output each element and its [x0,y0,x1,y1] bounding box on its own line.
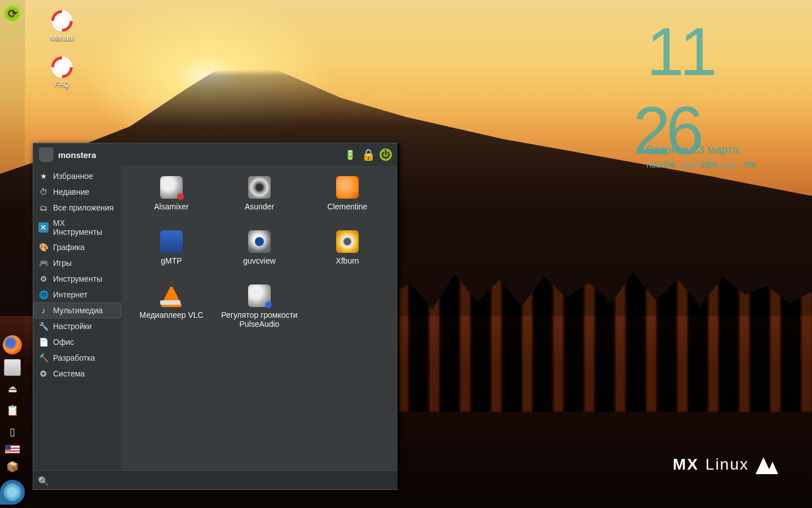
category-icon: 🌐 [38,290,48,300]
category-label: Интернет [53,290,87,299]
category-label: Инструменты [53,274,102,283]
panel-tray: ⏏ 📋 ▯ 📦 [3,331,22,480]
lock-icon[interactable]: 🔒 [361,148,375,161]
category-icon: 🔧 [38,321,48,331]
category-icon: ⏱ [38,187,48,197]
app-icon [336,230,359,253]
app-launcher-1[interactable]: Asunder [217,174,302,225]
menu-category-9[interactable]: 🔧Настройки [33,318,121,334]
app-launcher-3[interactable]: gMTP [129,228,214,279]
category-label: Разработка [53,353,95,362]
menu-category-12[interactable]: ❂Система [33,366,121,382]
app-icon [160,284,183,307]
category-label: Офис [53,338,74,347]
menu-category-6[interactable]: ⚙Инструменты [33,271,121,287]
category-icon: ❂ [38,369,48,379]
category-icon: 📄 [38,337,48,347]
app-icon [248,284,271,307]
app-launcher-6[interactable]: Медиаплеер VLC [129,282,214,333]
app-launcher-5[interactable]: Xfburn [305,228,390,279]
mx-mountain-icon [756,455,778,474]
application-menu: monstera 🔋 🔒 ⏻ ★Избранное⏱Недавние🗂Все п… [33,143,399,490]
battery-status-icon[interactable]: 🔋 [343,148,357,161]
category-label: Настройки [53,322,92,331]
app-label: Медиаплеер VLC [139,310,203,319]
app-launcher-7[interactable]: Регулятор громкости PulseAudio [217,282,302,333]
category-label: Система [53,369,85,378]
desktop-icon-label: FAQ [55,80,69,89]
category-label: MX Инструменты [53,218,116,237]
category-label: Недавние [53,187,89,196]
app-icon [160,230,183,253]
app-label: Xfburn [336,256,359,265]
category-icon: 🔨 [38,353,48,363]
app-icon [336,176,359,199]
lifesaver-icon [51,10,73,32]
app-label: guvcview [243,256,276,265]
menu-categories: ★Избранное⏱Недавние🗂Все приложения✕MX Ин… [33,166,121,470]
app-icon [160,176,183,199]
category-icon: ♪ [38,305,48,316]
app-launcher-2[interactable]: Clementine [305,174,390,225]
conky-widget: 11 26 Вторник 23 марта hdd 1% mem 20% cp… [646,23,756,169]
mx-linux-logo: MX Linux [673,455,778,474]
menu-category-2[interactable]: 🗂Все приложения [33,200,121,216]
distro-logo-icon[interactable]: ⟳ [2,3,23,24]
app-icon [248,176,271,199]
menu-category-5[interactable]: 🎮Игры [33,255,121,271]
left-panel: ⟳ 11:26:36 ⏏ 📋 ▯ 📦 [0,0,25,508]
menu-header: monstera 🔋 🔒 ⏻ [33,143,398,166]
menu-category-10[interactable]: 📄Офис [33,334,121,350]
app-icon [248,230,271,253]
clipboard-icon[interactable]: 📋 [4,402,21,419]
category-label: Все приложения [53,203,113,212]
category-label: Мультимедиа [53,306,103,315]
eject-icon[interactable]: ⏏ [4,380,21,397]
category-icon: ⚙ [38,274,48,284]
menu-category-1[interactable]: ⏱Недавние [33,184,121,200]
package-icon[interactable]: 📦 [4,458,21,475]
desktop-icon-faq[interactable]: FAQ [39,56,85,89]
file-manager-icon[interactable] [4,359,21,376]
start-menu-button[interactable] [0,480,25,505]
category-icon: 🎨 [38,242,48,252]
category-icon: ★ [38,171,48,181]
app-launcher-0[interactable]: Alsamixer [129,174,214,225]
conky-minute: 26 [633,93,699,168]
menu-apps-grid: AlsamixerAsunderClementinegMTPguvcviewXf… [121,166,398,470]
app-label: Clementine [328,202,368,211]
app-label: Asunder [245,202,274,211]
app-label: gMTP [161,256,182,265]
panel-clock[interactable]: 11:26:36 [0,28,25,36]
keyboard-layout-us-icon[interactable] [5,445,20,454]
app-label: Alsamixer [154,202,188,211]
category-label: Игры [53,259,72,268]
category-icon: 🎮 [38,258,48,268]
menu-search-bar: 🔍 [33,470,398,489]
power-icon[interactable]: ⏻ [379,148,392,161]
desktop-icon-label: Manual [50,34,74,42]
conky-hour: 11 [646,14,712,89]
menu-category-11[interactable]: 🔨Разработка [33,350,121,366]
username-label: monstera [58,150,96,160]
menu-category-3[interactable]: ✕MX Инструменты [33,216,121,239]
category-icon: 🗂 [38,203,48,213]
category-label: Избранное [53,172,93,181]
firefox-icon[interactable] [3,335,22,354]
search-icon: 🔍 [38,476,47,485]
menu-category-8[interactable]: ♪Мультимедиа [33,303,121,318]
user-avatar-icon [39,147,54,162]
lifesaver-icon [51,56,73,78]
app-label: Регулятор громкости PulseAudio [217,310,302,329]
menu-category-0[interactable]: ★Избранное [33,168,121,184]
category-icon: ✕ [38,222,48,233]
category-label: Графика [53,243,85,252]
app-launcher-4[interactable]: guvcview [217,228,302,279]
battery-icon[interactable]: ▯ [4,423,21,440]
desktop-icon-manual[interactable]: Manual [39,10,85,42]
menu-search-input[interactable] [50,476,393,485]
menu-category-7[interactable]: 🌐Интернет [33,287,121,303]
menu-category-4[interactable]: 🎨Графика [33,239,121,255]
